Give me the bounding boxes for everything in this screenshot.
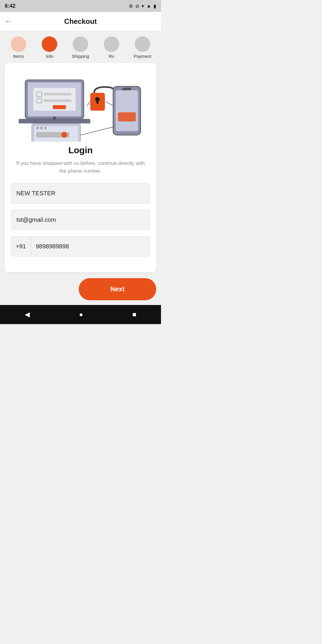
wifi-icon: ▾: [142, 3, 144, 9]
svg-rect-6: [44, 99, 72, 102]
step-circle-shipping: [73, 36, 88, 52]
nav-home-icon: ●: [79, 311, 83, 318]
svg-rect-5: [37, 98, 42, 103]
svg-point-26: [61, 132, 67, 138]
nav-home-button[interactable]: ●: [79, 311, 83, 318]
svg-point-22: [40, 127, 43, 129]
svg-rect-7: [53, 105, 66, 109]
step-label-items: Items: [13, 54, 24, 59]
svg-point-9: [53, 117, 56, 120]
step-label-payment: Payment: [134, 54, 151, 59]
step-items[interactable]: Items: [3, 36, 34, 59]
svg-line-17: [87, 102, 90, 106]
phone-row: +91: [11, 236, 150, 257]
step-circle-info: [42, 36, 57, 52]
settings-icon: ⚙: [129, 3, 133, 9]
step-info[interactable]: Info: [34, 36, 65, 59]
email-input[interactable]: [11, 210, 150, 230]
step-circle-items: [11, 36, 26, 52]
next-button[interactable]: Next: [79, 278, 156, 300]
bottom-nav: ◀ ● ■: [0, 305, 161, 324]
svg-rect-4: [44, 93, 72, 95]
svg-point-21: [36, 127, 39, 129]
next-btn-container: Next: [0, 272, 161, 305]
svg-rect-16: [118, 112, 136, 122]
status-bar: 6:42 ⚙ ⊘ ▾ ▲ ▮: [0, 0, 161, 12]
page-title: Checkout: [64, 17, 97, 26]
step-label-rx: Rx: [109, 54, 114, 59]
dnd-icon: ⊘: [135, 3, 139, 9]
login-subtitle: If you have shopped with us before, cont…: [11, 160, 150, 175]
svg-rect-12: [96, 99, 98, 104]
status-icons: ⚙ ⊘ ▾ ▲ ▮: [129, 3, 156, 9]
svg-line-27: [80, 127, 113, 135]
step-payment[interactable]: Payment: [127, 36, 158, 59]
back-arrow-icon: ←: [5, 17, 13, 26]
login-title: Login: [11, 145, 150, 155]
phone-prefix: +91: [11, 236, 31, 256]
step-shipping[interactable]: Shipping: [65, 36, 96, 59]
steps-container: Items Info Shipping Rx Payment: [0, 31, 161, 63]
battery-icon: ▮: [154, 3, 156, 9]
phone-input[interactable]: [31, 236, 150, 256]
nav-back-button[interactable]: ◀: [25, 311, 30, 318]
header: ← Checkout: [0, 12, 161, 31]
svg-rect-3: [37, 92, 42, 96]
svg-rect-15: [122, 88, 131, 90]
name-input[interactable]: [11, 183, 150, 204]
svg-point-23: [44, 127, 47, 129]
back-button[interactable]: ←: [5, 17, 13, 26]
login-illustration: [11, 70, 150, 142]
signal-icon: ▲: [146, 3, 151, 9]
svg-line-18: [106, 102, 113, 106]
step-circle-rx: [104, 36, 119, 52]
nav-recent-icon: ■: [132, 311, 136, 318]
step-label-info: Info: [46, 54, 53, 59]
step-rx[interactable]: Rx: [96, 36, 127, 59]
nav-back-icon: ◀: [25, 311, 30, 318]
status-time: 6:42: [5, 3, 16, 9]
svg-rect-14: [116, 90, 138, 131]
step-label-shipping: Shipping: [72, 54, 89, 59]
step-circle-payment: [135, 36, 150, 52]
nav-recent-button[interactable]: ■: [132, 311, 136, 318]
main-card: Login If you have shopped with us before…: [5, 63, 156, 272]
